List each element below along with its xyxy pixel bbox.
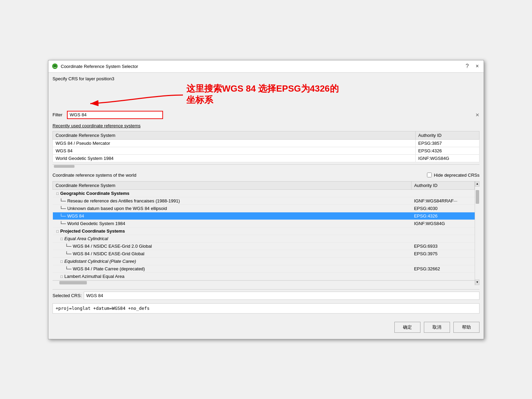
crs-authority xyxy=(411,257,474,265)
table-row[interactable]: World Geodetic System 1984IGNF:WGS84G xyxy=(53,154,479,162)
world-table-scroll: Coordinate Reference System Authority ID… xyxy=(53,181,475,285)
scrollbar-up-btn[interactable]: ▲ xyxy=(475,181,479,187)
crs-name: Geographic Coordinate Systems xyxy=(60,191,130,196)
title-bar: Coordinate Reference System Selector ? × xyxy=(48,60,484,73)
table-row[interactable]: □Equidistant Cylindrical (Plate Caree) xyxy=(53,257,475,265)
crs-name: Lambert Azimuthal Equal Area xyxy=(65,274,125,279)
world-table: Coordinate Reference System Authority ID… xyxy=(53,181,475,280)
world-scrollbar-h[interactable] xyxy=(53,280,475,285)
annotation-text: 这里搜索WGS 84 选择EPSG为4326的坐标系 xyxy=(186,83,339,106)
table-row[interactable]: └─Unknown datum based upon the WGS 84 el… xyxy=(53,204,475,212)
tree-dash: └─ xyxy=(65,266,71,271)
ok-button[interactable]: 确定 xyxy=(394,322,420,333)
world-scrollbar-thumb xyxy=(59,281,87,284)
crs-authority: EPSG:4326 xyxy=(411,212,474,220)
scrollbar-down-btn[interactable]: ▼ xyxy=(475,280,479,285)
filter-input[interactable] xyxy=(67,111,163,119)
svg-point-1 xyxy=(54,65,56,67)
scrollbar-thumb xyxy=(476,190,479,204)
expand-icon[interactable]: □ xyxy=(60,274,64,279)
help-button[interactable]: ? xyxy=(464,63,470,69)
tree-dash: └─ xyxy=(60,206,66,211)
recently-used-table-wrapper: Coordinate Reference System Authority ID… xyxy=(53,131,479,162)
crs-name: WGS 84 / Plate Carree (deprecated) xyxy=(73,266,145,271)
crs-authority xyxy=(411,235,474,242)
crs-name: WGS 84 xyxy=(67,213,84,219)
world-col-crs: Coordinate Reference System xyxy=(53,181,412,189)
crs-authority: EPSG:4030 xyxy=(411,204,474,212)
crs-name: WGS 84 / NSIDC EASE-Grid Global xyxy=(73,251,144,256)
table-row[interactable]: └─World Geodetic System 1984IGNF:WGS84G xyxy=(53,220,475,227)
world-table-container: Coordinate Reference System Authority ID… xyxy=(53,181,479,285)
annotation-area: 这里搜索WGS 84 选择EPSG为4326的坐标系 xyxy=(53,85,479,112)
table-row[interactable]: □Projected Coordinate Systems xyxy=(53,227,475,235)
tree-dash: └─ xyxy=(65,251,71,256)
world-col-authority: Authority ID xyxy=(411,181,474,189)
world-section-label: Coordinate reference systems of the worl… xyxy=(53,173,136,178)
scrollbar-track xyxy=(475,187,479,280)
crs-authority: EPSG:32662 xyxy=(411,265,474,272)
filter-row: Filter ✕ xyxy=(53,111,479,119)
table-row[interactable]: └─WGS 84EPSG:4326 xyxy=(53,212,475,220)
expand-icon[interactable]: □ xyxy=(56,191,60,196)
selected-crs-row: Selected CRS: WGS 84 xyxy=(53,289,479,300)
crs-name: Equal Area Cylindrical xyxy=(65,236,108,241)
table-row[interactable]: WGS 84 / Pseudo MercatorEPSG:3857 xyxy=(53,139,479,147)
proj-string: +proj=longlat +datum=WGS84 +no_defs xyxy=(53,303,479,314)
crs-authority: EPSG:6933 xyxy=(411,242,474,250)
tree-dash: └─ xyxy=(65,244,71,249)
annotation-arrow xyxy=(53,85,204,112)
dialog-title: Coordinate Reference System Selector xyxy=(61,64,138,69)
crs-authority xyxy=(411,272,474,280)
table-row[interactable]: └─WGS 84 / Plate Carree (deprecated)EPSG… xyxy=(53,265,475,272)
app-icon xyxy=(52,63,58,69)
table-row[interactable]: └─WGS 84 / NSIDC EASE-Grid 2.0 GlobalEPS… xyxy=(53,242,475,250)
table-row[interactable]: □Lambert Azimuthal Equal Area xyxy=(53,272,475,280)
tree-dash: └─ xyxy=(60,198,66,203)
crs-authority: IGNF:WGS84RRAF··· xyxy=(411,197,474,204)
crs-name: Reseau de reference des Antilles francai… xyxy=(67,198,180,203)
title-bar-controls: ? × xyxy=(464,63,480,69)
recently-scrollbar-thumb xyxy=(54,165,74,168)
recently-col-crs: Coordinate Reference System xyxy=(53,131,416,139)
crs-name: WGS 84 / NSIDC EASE-Grid 2.0 Global xyxy=(73,244,152,249)
button-row: 确定 取消 帮助 xyxy=(53,319,479,336)
selected-crs-value: WGS 84 xyxy=(84,292,479,300)
filter-clear-button[interactable]: ✕ xyxy=(475,112,479,118)
filter-label: Filter xyxy=(53,112,65,117)
expand-icon[interactable]: □ xyxy=(60,259,64,263)
table-row[interactable]: WGS 84EPSG:4326 xyxy=(53,147,479,154)
tree-dash: └─ xyxy=(60,221,66,226)
world-scrollbar-v[interactable]: ▲ ▼ xyxy=(475,181,479,285)
table-row[interactable]: □Equal Area Cylindrical xyxy=(53,235,475,242)
expand-icon[interactable]: □ xyxy=(60,237,64,241)
recently-used-label: Recently used coordinate reference syste… xyxy=(53,123,479,128)
dialog-body: Specify CRS for layer position3 这里搜索WGS … xyxy=(48,73,484,339)
table-row[interactable]: └─WGS 84 / NSIDC EASE-Grid GlobalEPSG:39… xyxy=(53,250,475,257)
crs-authority xyxy=(411,227,474,235)
recently-scrollbar-h[interactable] xyxy=(53,164,479,168)
crs-name: Projected Coordinate Systems xyxy=(60,228,125,234)
subtitle: Specify CRS for layer position3 xyxy=(53,76,479,81)
hide-deprecated-label: Hide deprecated CRSs xyxy=(434,173,479,178)
crs-name: World Geodetic System 1984 xyxy=(67,221,125,226)
tree-dash: └─ xyxy=(60,213,66,219)
title-bar-left: Coordinate Reference System Selector xyxy=(52,63,138,69)
hide-deprecated-checkbox[interactable] xyxy=(427,173,432,177)
world-section-header: Coordinate reference systems of the worl… xyxy=(53,173,479,178)
crs-selector-dialog: Coordinate Reference System Selector ? ×… xyxy=(48,60,484,339)
crs-name: Equidistant Cylindrical (Plate Caree) xyxy=(65,259,136,264)
recently-used-table: Coordinate Reference System Authority ID… xyxy=(53,131,479,162)
cancel-button[interactable]: 取消 xyxy=(424,322,450,333)
close-button[interactable]: × xyxy=(474,63,480,69)
expand-icon[interactable]: □ xyxy=(56,229,60,233)
table-row[interactable]: └─Reseau de reference des Antilles franc… xyxy=(53,197,475,204)
crs-authority: IGNF:WGS84G xyxy=(411,220,474,227)
selected-crs-label: Selected CRS: xyxy=(53,293,82,298)
table-row[interactable]: □Geographic Coordinate Systems xyxy=(53,189,475,197)
hide-deprecated-row: Hide deprecated CRSs xyxy=(427,173,479,178)
crs-authority xyxy=(411,189,474,197)
help-dialog-button[interactable]: 帮助 xyxy=(453,322,479,333)
recently-col-authority: Authority ID xyxy=(415,131,479,139)
crs-name: Unknown datum based upon the WGS 84 elli… xyxy=(67,206,167,211)
